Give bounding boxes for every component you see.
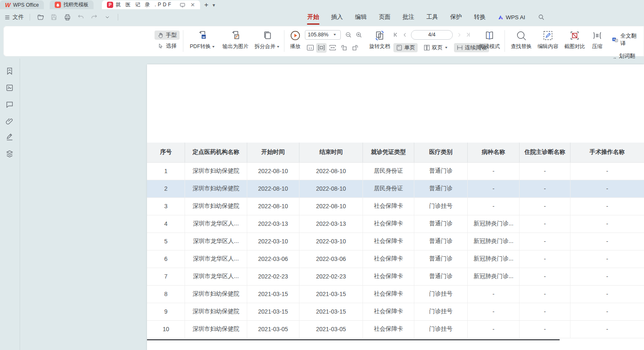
embedded-horizontal-scrollbar[interactable] [147,339,560,340]
table-cell: - [570,303,644,320]
table-cell: 社会保障卡 [363,268,414,285]
last-page-button[interactable] [464,32,473,38]
zoom-level-input[interactable] [308,32,331,38]
split-merge-button[interactable]: 拆分合并▼ [252,26,282,50]
table-cell: - [570,250,644,268]
thumbnail-icon[interactable] [5,84,14,92]
tab-page[interactable]: 页面 [378,13,391,22]
table-header-cell: 序号 [147,143,185,162]
document-viewer[interactable]: 序号定点医药机构名称开始时间结束时间就诊凭证类型医疗类别病种名称住院主诊断名称手… [20,59,644,350]
fit-width-button[interactable] [316,43,327,53]
single-page-view-button[interactable]: 单页 [393,43,418,52]
monitor-icon[interactable] [178,0,187,10]
comment-icon[interactable] [5,100,14,109]
quick-access-chevron-icon[interactable] [103,13,112,22]
tab-list-chevron-icon[interactable]: ▼ [212,3,216,8]
layers-icon[interactable] [5,150,14,158]
svg-text:A: A [613,38,615,41]
hand-icon [157,32,164,38]
screenshot-compare-button[interactable]: 截图对比 [561,26,588,50]
next-page-button[interactable] [454,32,464,38]
double-page-view-button[interactable]: 双页 ▼ [421,43,451,52]
tab-insert[interactable]: 插入 [331,13,343,22]
table-row: 8深圳市妇幼保健院2021-03-152021-03-15社会保障卡门诊挂号--… [147,285,644,303]
table-cell: 3 [147,197,185,215]
table-cell: 8 [147,285,185,303]
table-cell: 深圳市龙华区人... [185,250,247,268]
find-replace-button[interactable]: 查找替换 [508,26,535,50]
tab-comment[interactable]: 批注 [402,13,415,22]
select-tool-label: 选择 [166,42,177,50]
open-file-icon[interactable] [36,13,45,22]
table-cell: - [520,268,570,285]
tab-document-pdf[interactable]: P 就 医 记 录 .PDF ✕ [102,0,200,9]
tab-wps-office[interactable]: W WPS Office [0,0,44,9]
file-menu-button[interactable]: 文件 [4,13,24,21]
play-button[interactable]: 播放 [286,26,305,50]
tab-edit[interactable]: 编辑 [355,13,367,22]
table-cell: 2021-03-15 [247,303,299,320]
table-cell: 社会保障卡 [363,232,414,250]
zoom-in-button[interactable] [354,30,364,40]
svg-text:w: w [202,35,205,39]
pdf-convert-icon: w [197,30,208,41]
table-cell: 2022-03-06 [299,250,363,268]
table-cell: - [570,162,644,180]
table-row: 1深圳市妇幼保健院2022-08-102022-08-10居民身份证普通门诊--… [147,162,644,180]
attachment-icon[interactable] [5,117,14,125]
edit-content-button[interactable]: 编辑内容 [535,26,561,50]
rotate-left-button[interactable] [339,43,349,53]
select-tool-button[interactable]: 选择 [155,41,180,51]
table-cell: 普通门诊 [414,180,467,197]
table-cell: - [570,215,644,232]
zoom-out-button[interactable] [343,30,354,40]
tab-tools[interactable]: 工具 [426,13,439,22]
full-translate-button[interactable]: A 字 全文翻译 [609,31,644,48]
previous-page-button[interactable] [400,32,409,38]
docer-icon [55,2,61,8]
actual-size-button[interactable]: 1:1 [305,43,315,53]
table-cell: - [520,215,570,232]
wps-logo-icon: W [5,2,10,8]
tab-home[interactable]: 开始 [307,13,319,22]
signature-icon[interactable] [5,133,14,141]
fit-page-button[interactable] [327,43,338,53]
pdf-file-icon: P [107,2,113,8]
tab-docer-templates[interactable]: 找稻壳模板 [50,0,94,9]
table-cell: 普通门诊 [414,250,467,268]
tab-protect[interactable]: 保护 [450,13,462,22]
table-cell: 普通门诊 [414,162,467,180]
pdf-convert-button[interactable]: w PDF转换▼ [186,26,219,50]
bookmark-icon[interactable] [5,67,14,75]
zoom-level-combobox[interactable]: ▼ [305,30,341,40]
table-cell: 1 [147,162,185,180]
svg-text:字: 字 [616,40,618,42]
export-image-button[interactable]: 输出为图片 [219,26,252,50]
compress-button[interactable]: 压缩 [588,26,606,50]
close-tab-icon[interactable]: ✕ [190,2,195,8]
rotate-document-button[interactable]: 旋转文档 [365,26,394,50]
tab-convert[interactable]: 转换 [474,13,486,22]
redo-icon[interactable] [89,13,99,22]
menu-bar: 文件 开始 插入 编辑 页面 批注 工具 保护 转换 [0,9,644,25]
hand-tool-button[interactable]: 手型 [155,31,180,40]
new-tab-button[interactable]: + [204,1,208,9]
print-icon[interactable] [63,13,72,22]
first-page-button[interactable] [391,32,400,38]
table-cell: - [520,320,570,338]
tab-label: 找稻壳模板 [63,1,89,8]
read-mode-button[interactable]: 阅读模式 [476,26,503,50]
rotate-right-button[interactable] [350,43,360,53]
edit-content-label: 编辑内容 [538,43,558,50]
search-icon[interactable] [537,13,546,22]
save-icon[interactable] [49,13,58,22]
undo-icon[interactable] [76,13,85,22]
page-indicator-input[interactable] [411,31,452,39]
double-page-icon [423,44,430,51]
page-indicator-box[interactable] [411,30,453,40]
table-row: 10深圳市妇幼保健院2021-03-052021-03-05社会保障卡门诊挂号-… [147,320,644,338]
table-cell: 社会保障卡 [363,320,414,338]
wps-ai-button[interactable]: WPS AI [497,14,525,20]
table-cell: 门诊挂号 [414,320,467,338]
table-cell: 深圳市龙华区人... [185,268,247,285]
